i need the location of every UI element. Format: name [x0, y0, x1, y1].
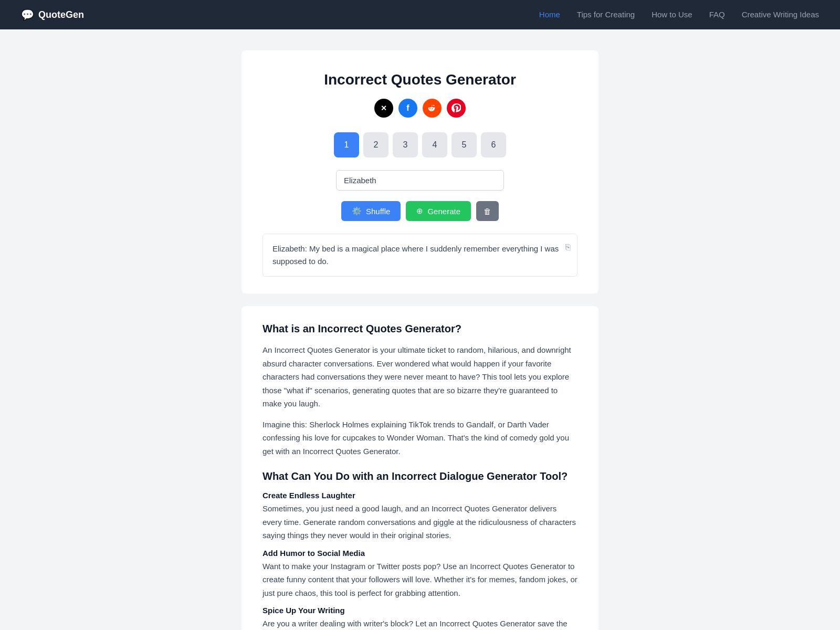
shuffle-icon: ⚙️	[352, 206, 362, 216]
subsection-text-3: Are you a writer dealing with writer's b…	[262, 617, 578, 630]
nav-home[interactable]: Home	[539, 10, 560, 19]
shuffle-label: Shuffle	[366, 207, 390, 216]
subsection-text-1: Sometimes, you just need a good laugh, a…	[262, 502, 578, 542]
subsection-2: Add Humor to Social Media Want to make y…	[262, 549, 578, 600]
section-heading-2: What Can You Do with an Incorrect Dialog…	[262, 470, 578, 482]
copy-icon[interactable]: ⎘	[565, 240, 571, 254]
shuffle-button[interactable]: ⚙️ Shuffle	[341, 201, 401, 221]
trash-icon: 🗑	[484, 207, 491, 216]
generator-card: Incorrect Quotes Generator ✕ f 1 2 3 4	[242, 50, 598, 293]
subsection-title-3: Spice Up Your Writing	[262, 606, 578, 615]
content-section: What is an Incorrect Quotes Generator? A…	[242, 306, 598, 630]
nav-faq[interactable]: FAQ	[709, 10, 725, 19]
main-wrapper: Incorrect Quotes Generator ✕ f 1 2 3 4	[231, 29, 609, 630]
subsection-title-1: Create Endless Laughter	[262, 491, 578, 500]
section-heading-1: What is an Incorrect Quotes Generator?	[262, 323, 578, 335]
nav-links: Home Tips for Creating How to Use FAQ Cr…	[539, 10, 819, 19]
tab-3[interactable]: 3	[393, 132, 418, 158]
tab-5[interactable]: 5	[452, 132, 477, 158]
quote-text: Elizabeth: My bed is a magical place whe…	[272, 244, 559, 266]
section-para-1-1: An Incorrect Quotes Generator is your ul…	[262, 343, 578, 411]
action-buttons: ⚙️ Shuffle ⊕ Generate 🗑	[262, 201, 578, 221]
subsection-text-2: Want to make your Instagram or Twitter p…	[262, 560, 578, 600]
twitter-share-icon[interactable]: ✕	[374, 99, 393, 118]
nav-tips[interactable]: Tips for Creating	[577, 10, 635, 19]
tab-6[interactable]: 6	[481, 132, 506, 158]
subsection-1: Create Endless Laughter Sometimes, you j…	[262, 491, 578, 542]
nav-how-to-use[interactable]: How to Use	[652, 10, 692, 19]
brand-name: QuoteGen	[38, 9, 84, 20]
number-tabs: 1 2 3 4 5 6	[262, 132, 578, 158]
generate-icon: ⊕	[416, 206, 423, 216]
name-input[interactable]	[336, 170, 504, 191]
quote-box: Elizabeth: My bed is a magical place whe…	[262, 234, 578, 277]
tab-1[interactable]: 1	[334, 132, 359, 158]
brand-logo[interactable]: 💬 QuoteGen	[21, 8, 84, 21]
subsection-title-2: Add Humor to Social Media	[262, 549, 578, 558]
nav-creative-writing[interactable]: Creative Writing Ideas	[742, 10, 819, 19]
subsection-3: Spice Up Your Writing Are you a writer d…	[262, 606, 578, 630]
generate-label: Generate	[427, 207, 460, 216]
generate-button[interactable]: ⊕ Generate	[406, 201, 471, 221]
pinterest-share-icon[interactable]	[447, 99, 466, 118]
delete-button[interactable]: 🗑	[476, 201, 499, 221]
name-input-row	[262, 170, 578, 191]
facebook-share-icon[interactable]: f	[398, 99, 417, 118]
brand-icon: 💬	[21, 8, 34, 21]
navbar: 💬 QuoteGen Home Tips for Creating How to…	[0, 0, 840, 29]
social-icons-row: ✕ f	[262, 99, 578, 118]
tab-4[interactable]: 4	[422, 132, 447, 158]
page-title: Incorrect Quotes Generator	[262, 71, 578, 88]
reddit-share-icon[interactable]	[423, 99, 442, 118]
section-para-1-2: Imagine this: Sherlock Holmes explaining…	[262, 418, 578, 458]
tab-2[interactable]: 2	[363, 132, 388, 158]
